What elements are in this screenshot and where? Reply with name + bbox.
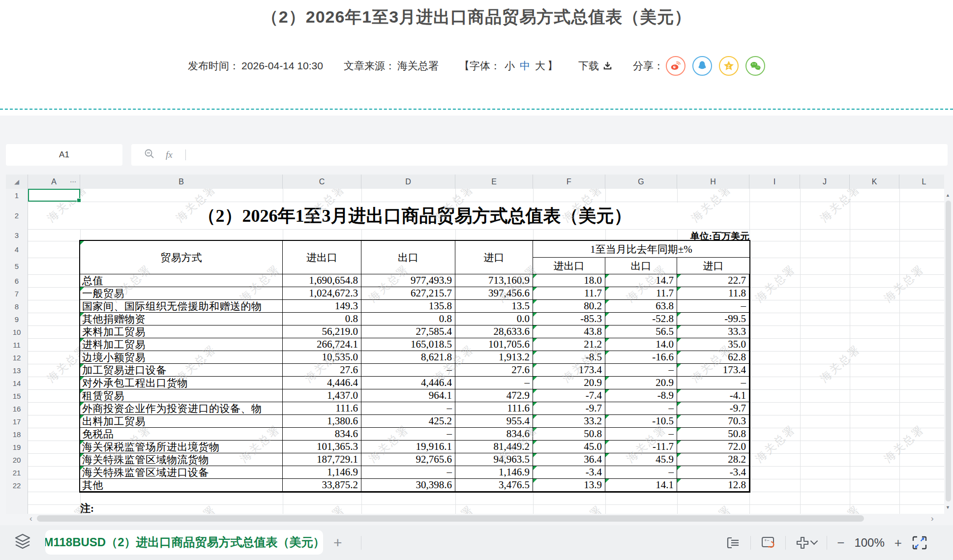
cell-f15[interactable]: -7.4 (533, 389, 605, 402)
cell-g14[interactable]: 20.9 (605, 377, 677, 389)
row-number-8[interactable]: 8 (6, 300, 28, 313)
cell-d12[interactable]: 8,621.8 (361, 351, 455, 364)
cell-b16[interactable]: 外商投资企业作为投资进口的设备、物 (80, 402, 283, 415)
cell-g22[interactable]: 14.1 (605, 479, 677, 492)
cell-g13[interactable]: – (605, 364, 677, 377)
cell-c18[interactable]: 834.6 (283, 428, 361, 441)
cell-c13[interactable]: 27.6 (283, 364, 361, 377)
column-a-more-icon[interactable]: ⋯ (70, 175, 77, 189)
scroll-right-icon[interactable]: › (931, 514, 934, 524)
cell-h10[interactable]: 33.3 (677, 325, 749, 338)
display-mode-icon[interactable] (796, 536, 817, 550)
share-wechat-icon[interactable] (745, 56, 765, 76)
column-header-l[interactable]: L (899, 175, 944, 189)
cell-c8[interactable]: 149.3 (283, 300, 361, 313)
cell-f13[interactable]: 173.4 (533, 364, 605, 377)
row-number-20[interactable]: 20 (6, 453, 28, 466)
cell-c12[interactable]: 10,535.0 (283, 351, 361, 364)
cell-f11[interactable]: 21.2 (533, 338, 605, 351)
cell-d11[interactable]: 165,018.5 (361, 338, 455, 351)
column-header-a[interactable]: A⋯ (28, 175, 80, 189)
cell-d6[interactable]: 977,493.9 (361, 274, 455, 287)
row-number-13[interactable]: 13 (6, 364, 28, 377)
cell-h20[interactable]: 28.2 (677, 453, 749, 466)
cell-d21[interactable]: – (361, 466, 455, 479)
cell-g11[interactable]: 14.0 (605, 338, 677, 351)
cell-f7[interactable]: 11.7 (533, 287, 605, 300)
cell-d10[interactable]: 27,585.4 (361, 325, 455, 338)
cell-b10[interactable]: 来料加工贸易 (80, 325, 283, 338)
cell-e11[interactable]: 101,705.6 (455, 338, 533, 351)
cell-e14[interactable]: – (455, 377, 533, 389)
cell-g7[interactable]: 11.7 (605, 287, 677, 300)
outline-icon[interactable] (726, 536, 741, 550)
scroll-up-icon[interactable]: ▲ (946, 193, 950, 198)
formula-bar[interactable]: fx (131, 144, 948, 166)
row-number-16[interactable]: 16 (6, 402, 28, 415)
cell-f20[interactable]: 36.4 (533, 453, 605, 466)
cell-c14[interactable]: 4,446.4 (283, 377, 361, 389)
row-number-18[interactable]: 18 (6, 428, 28, 441)
cell-e13[interactable]: 27.6 (455, 364, 533, 377)
cell-d18[interactable]: – (361, 428, 455, 441)
cell-c17[interactable]: 1,380.6 (283, 415, 361, 428)
cell-b14[interactable]: 对外承包工程出口货物 (80, 377, 283, 389)
cell-c15[interactable]: 1,437.0 (283, 389, 361, 402)
cell-f18[interactable]: 50.8 (533, 428, 605, 441)
cell-d13[interactable]: – (361, 364, 455, 377)
cell-g10[interactable]: 56.5 (605, 325, 677, 338)
cell-g6[interactable]: 14.7 (605, 274, 677, 287)
cell-h11[interactable]: 35.0 (677, 338, 749, 351)
cell-b8[interactable]: 国家间、国际组织无偿援助和赠送的物 (80, 300, 283, 313)
vertical-scrollbar[interactable] (946, 201, 951, 501)
fill-handle[interactable] (77, 198, 81, 203)
cell-d7[interactable]: 627,215.7 (361, 287, 455, 300)
cell-e18[interactable]: 834.6 (455, 428, 533, 441)
add-sheet-button[interactable]: + (333, 525, 342, 560)
row-number-15[interactable]: 15 (6, 389, 28, 402)
row-number-3[interactable]: 3 (6, 229, 28, 241)
font-size-small[interactable]: 小 (505, 59, 515, 73)
column-header-k[interactable]: K (850, 175, 899, 189)
cell-h9[interactable]: -99.5 (677, 313, 749, 325)
cell-e8[interactable]: 13.5 (455, 300, 533, 313)
sheet-tab-active[interactable]: M118BUSD（2）进出口商品贸易方式总值表（美元） (45, 530, 323, 555)
cell-e15[interactable]: 472.9 (455, 389, 533, 402)
zoom-out-button[interactable]: − (837, 536, 844, 549)
share-qzone-icon[interactable]: Z (719, 56, 739, 76)
recalculate-icon[interactable]: +− (761, 536, 775, 550)
cell-d15[interactable]: 964.1 (361, 389, 455, 402)
font-size-medium[interactable]: 中 (520, 59, 530, 73)
cell-g8[interactable]: 63.8 (605, 300, 677, 313)
cell-d14[interactable]: 4,446.4 (361, 377, 455, 389)
row-number-6[interactable]: 6 (6, 274, 28, 287)
cell-d22[interactable]: 30,398.6 (361, 479, 455, 492)
selected-cell-a1[interactable] (28, 189, 80, 202)
cell-c22[interactable]: 33,875.2 (283, 479, 361, 492)
row-number-9[interactable]: 9 (6, 313, 28, 325)
horizontal-scrollbar[interactable] (37, 515, 864, 522)
cell-c7[interactable]: 1,024,672.3 (283, 287, 361, 300)
cell-e21[interactable]: 1,146.9 (455, 466, 533, 479)
cell-h22[interactable]: 12.8 (677, 479, 749, 492)
cell-h21[interactable]: -3.4 (677, 466, 749, 479)
column-header-i[interactable]: I (749, 175, 800, 189)
column-header-h[interactable]: H (677, 175, 749, 189)
cell-e12[interactable]: 1,913.2 (455, 351, 533, 364)
cell-e20[interactable]: 94,963.5 (455, 453, 533, 466)
cell-g16[interactable]: – (605, 402, 677, 415)
cell-c21[interactable]: 1,146.9 (283, 466, 361, 479)
cell-b6[interactable]: 总值 (80, 274, 283, 287)
cell-b17[interactable]: 出料加工贸易 (80, 415, 283, 428)
column-header-f[interactable]: F (533, 175, 605, 189)
cell-f16[interactable]: -9.7 (533, 402, 605, 415)
row-number-4[interactable]: 4 (6, 241, 28, 258)
cell-g12[interactable]: -16.6 (605, 351, 677, 364)
cell-h6[interactable]: 22.7 (677, 274, 749, 287)
row-number-11[interactable]: 11 (6, 338, 28, 351)
cell-e7[interactable]: 397,456.6 (455, 287, 533, 300)
row-number-5[interactable]: 5 (6, 258, 28, 274)
cell-e22[interactable]: 3,476.5 (455, 479, 533, 492)
cell-c16[interactable]: 111.6 (283, 402, 361, 415)
table-header-yoy-export[interactable]: 出口 (605, 258, 677, 274)
